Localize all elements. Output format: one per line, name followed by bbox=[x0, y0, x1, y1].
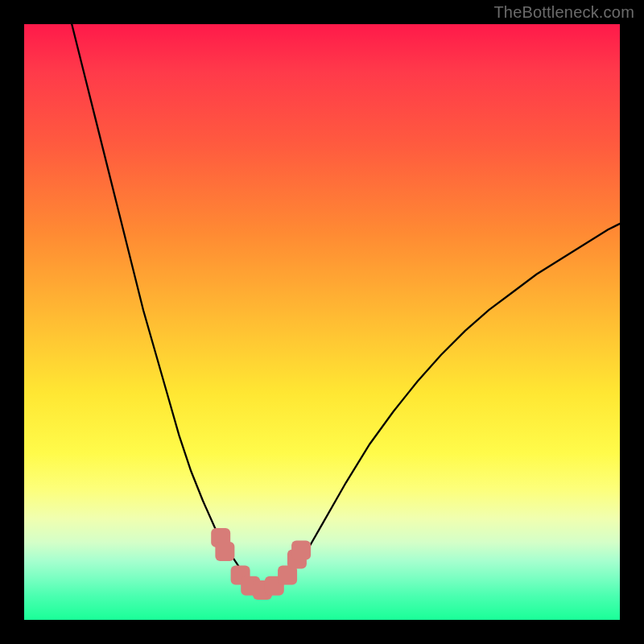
curve-markers bbox=[211, 528, 311, 600]
curve-marker bbox=[291, 540, 311, 559]
bottleneck-curve bbox=[72, 24, 620, 590]
curve-marker bbox=[215, 542, 234, 561]
watermark-text: TheBottleneck.com bbox=[493, 3, 634, 22]
chart-svg bbox=[24, 24, 620, 620]
chart-frame: TheBottleneck.com bbox=[0, 0, 644, 644]
plot-area bbox=[24, 24, 620, 620]
